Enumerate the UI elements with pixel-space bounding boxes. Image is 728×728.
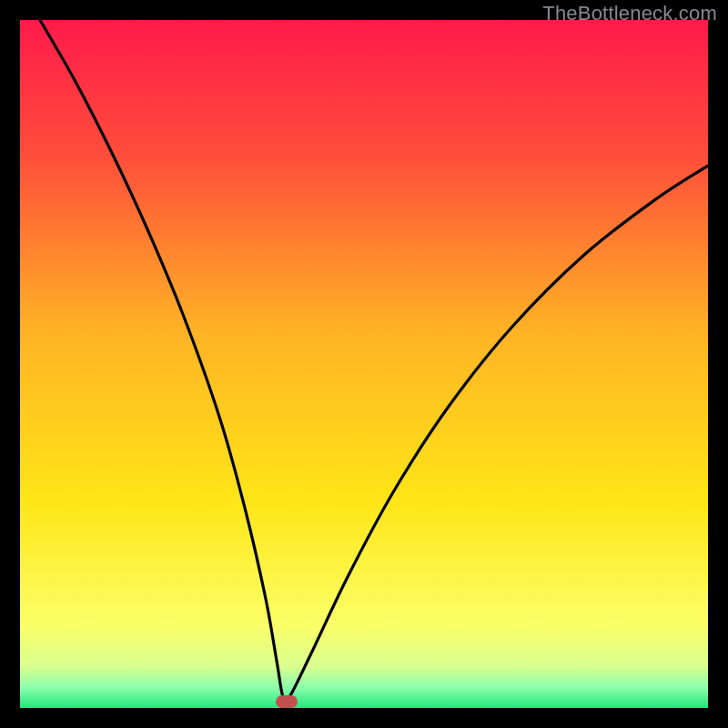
plot-frame [20, 20, 708, 708]
optimal-marker [276, 695, 298, 708]
bottleneck-curve [20, 20, 708, 708]
